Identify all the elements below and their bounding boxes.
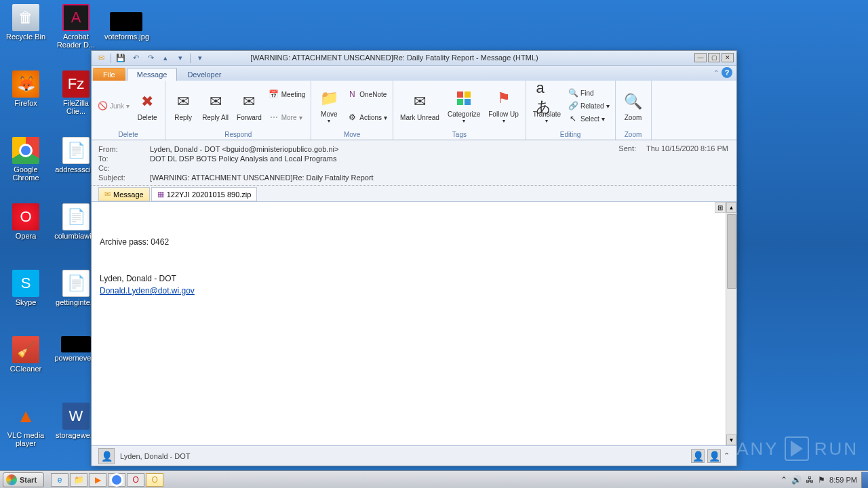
tray-expand-icon[interactable]: ⌃: [781, 475, 787, 485]
reply-icon: ✉: [172, 91, 194, 113]
related-icon: 🔗: [568, 100, 578, 111]
more-button[interactable]: ⋯More ▾: [267, 111, 307, 123]
mark-unread-button[interactable]: ✉Mark Unread: [397, 89, 442, 123]
taskbar-media[interactable]: ▶: [89, 473, 106, 487]
maximize-button[interactable]: ▢: [708, 53, 720, 62]
envelope-icon: ✉: [104, 190, 111, 199]
tab-developer[interactable]: Developer: [177, 68, 231, 81]
group-label-tags: Tags: [397, 129, 521, 140]
categorize-icon: [453, 87, 475, 109]
tray-flag-icon[interactable]: ⚑: [818, 475, 825, 485]
scroll-thumb[interactable]: [727, 214, 736, 289]
translate-icon: aあ: [536, 87, 557, 109]
ribbon: 🚫Junk ▾ ✖Delete Delete ✉Reply ✉Reply All…: [92, 81, 736, 140]
to-value: DOT DL DSP BOTS Policy Analysis and Loca…: [150, 155, 730, 163]
desktop-icon-vlc-media-player[interactable]: ▲VLC media player: [4, 403, 47, 447]
meeting-icon: 📅: [269, 89, 279, 100]
minimize-ribbon-icon[interactable]: ⌃: [713, 69, 719, 77]
next-item-icon[interactable]: ▾: [175, 53, 186, 64]
message-body[interactable]: Archive pass: 0462 Lyden, Donald - DOT D…: [92, 202, 726, 445]
subject-value: [WARNING: ATTACHMENT UNSCANNED]Re: Daily…: [150, 174, 730, 182]
svg-rect-3: [465, 99, 471, 105]
related-button[interactable]: 🔗Related ▾: [566, 100, 610, 112]
actions-button[interactable]: ⚙Actions ▾: [345, 111, 389, 123]
redo-icon[interactable]: ↷: [145, 53, 156, 64]
taskbar-clock[interactable]: 8:59 PM: [829, 476, 857, 484]
forward-button[interactable]: ✉Forward: [234, 89, 264, 123]
desktop-icon-google-chrome[interactable]: Google Chrome: [4, 137, 47, 182]
follow-up-button[interactable]: ⚑Follow Up▾: [486, 86, 521, 125]
reply-all-button[interactable]: ✉Reply All: [199, 89, 231, 123]
more-icon: ⋯: [269, 112, 279, 123]
quick-access-toolbar: ✉ 💾 ↶ ↷ ▴ ▾ ▾: [92, 51, 736, 66]
tab-file[interactable]: File: [93, 68, 125, 81]
tray-network-icon[interactable]: 🖧: [806, 475, 814, 485]
onenote-button[interactable]: NOneNote: [345, 88, 389, 100]
avatar-small-1[interactable]: 👤: [691, 449, 705, 463]
desktop-icon-ccleaner[interactable]: 🧹CCleaner: [4, 336, 47, 373]
junk-button[interactable]: 🚫Junk ▾: [96, 100, 131, 112]
message-tab[interactable]: ✉Message: [98, 187, 150, 201]
undo-icon[interactable]: ↶: [130, 53, 141, 64]
tab-message[interactable]: Message: [127, 68, 178, 81]
people-pane: 👤 Lyden, Donald - DOT 👤 👤 ⌃: [92, 445, 736, 466]
delete-button[interactable]: ✖Delete: [134, 89, 161, 123]
body-line-archive-pass: Archive pass: 0462: [100, 236, 719, 248]
from-label: From:: [98, 145, 150, 153]
zip-icon: ▦: [157, 190, 164, 199]
desktop-icon-voteforms-jpg[interactable]: voteforms.jpg: [104, 12, 148, 41]
customize-qat-icon[interactable]: ▾: [195, 53, 205, 64]
categorize-button[interactable]: Categorize▾: [445, 86, 483, 125]
scroll-down-icon[interactable]: ▼: [726, 434, 736, 445]
message-body-container: Archive pass: 0462 Lyden, Donald - DOT D…: [92, 202, 736, 445]
sent-value: Thu 10/15/2020 8:16 PM: [646, 144, 728, 152]
avatar[interactable]: 👤: [98, 448, 115, 464]
system-tray: ⌃ 🔊 🖧 ⚑ 8:59 PM: [776, 475, 861, 485]
forward-icon: ✉: [238, 91, 260, 113]
prev-item-icon[interactable]: ▴: [160, 53, 171, 64]
start-button[interactable]: Start: [3, 472, 44, 487]
find-button[interactable]: 🔍Find: [566, 87, 610, 99]
delete-icon: ✖: [136, 91, 158, 113]
expand-icon[interactable]: ⊞: [715, 202, 726, 213]
desktop-icon-opera[interactable]: OOpera: [4, 203, 47, 240]
body-signature-email[interactable]: Donald.Lyden@dot.wi.gov: [100, 286, 195, 296]
vertical-scrollbar[interactable]: ▲ ▼: [726, 202, 736, 445]
reply-button[interactable]: ✉Reply: [170, 89, 197, 123]
help-icon[interactable]: ?: [722, 67, 732, 78]
show-desktop-button[interactable]: [861, 472, 868, 488]
desktop-icon-acrobat-reader-d-[interactable]: AAcrobat Reader D...: [54, 4, 98, 49]
group-label-respond: Respond: [170, 129, 307, 140]
close-button[interactable]: ✕: [722, 53, 734, 62]
cc-value: [150, 164, 730, 172]
body-signature-name: Lyden, Donald - DOT: [100, 272, 719, 285]
taskbar-opera[interactable]: O: [127, 473, 144, 487]
attachment-bar: ✉Message ▦122YJI 20201015 890.zip: [92, 185, 736, 202]
taskbar-outlook[interactable]: O: [146, 473, 163, 487]
actions-icon: ⚙: [347, 112, 357, 123]
cc-label: Cc:: [98, 164, 150, 172]
subject-label: Subject:: [98, 174, 150, 182]
meeting-button[interactable]: 📅Meeting: [267, 88, 307, 100]
attachment-file[interactable]: ▦122YJI 20201015 890.zip: [151, 187, 258, 201]
save-icon[interactable]: 💾: [115, 53, 126, 64]
outlook-icon: ✉: [96, 53, 106, 64]
tray-volume-icon[interactable]: 🔊: [791, 475, 802, 485]
to-label: To:: [98, 155, 150, 163]
sent-label: Sent:: [618, 144, 636, 152]
desktop-icon-skype[interactable]: SSkype: [4, 270, 47, 306]
translate-button[interactable]: aあTranslate▾: [530, 86, 564, 125]
taskbar-ie[interactable]: e: [51, 473, 68, 487]
avatar-small-2[interactable]: 👤: [707, 449, 721, 463]
desktop-icon-firefox[interactable]: 🦊Firefox: [4, 70, 47, 107]
mark-unread-icon: ✉: [409, 91, 431, 113]
taskbar-explorer[interactable]: 📁: [70, 473, 87, 487]
move-button[interactable]: 📁Move▾: [315, 86, 342, 125]
minimize-button[interactable]: —: [694, 53, 707, 62]
people-pane-toggle-icon[interactable]: ⌃: [724, 451, 730, 460]
taskbar-chrome[interactable]: [108, 473, 125, 487]
scroll-up-icon[interactable]: ▲: [726, 202, 736, 213]
desktop-icon-recycle-bin[interactable]: 🗑Recycle Bin: [4, 4, 47, 41]
select-button[interactable]: ↖Select ▾: [566, 113, 610, 125]
zoom-button[interactable]: 🔍Zoom: [620, 89, 647, 123]
